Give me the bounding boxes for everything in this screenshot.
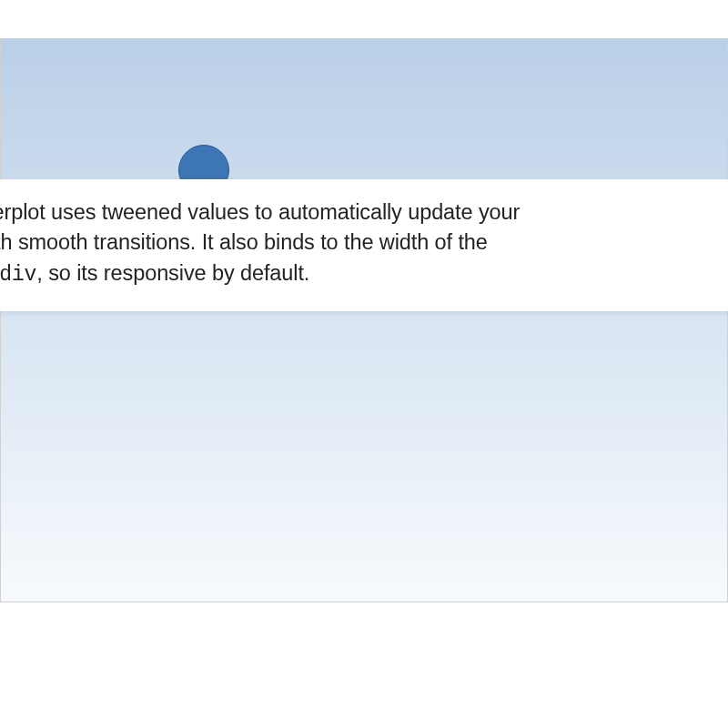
description-line-1: catterplot uses tweened values to automa… bbox=[0, 200, 520, 224]
scatterplot-chart-area bbox=[0, 38, 728, 602]
description-paragraph: catterplot uses tweened values to automa… bbox=[0, 197, 715, 289]
code-div-keyword: div bbox=[0, 263, 36, 287]
description-line-3-suffix: , so its responsive by default. bbox=[36, 261, 309, 285]
description-line-2: s with smooth transitions. It also binds… bbox=[0, 230, 488, 254]
description-card: catterplot uses tweened values to automa… bbox=[0, 179, 728, 311]
